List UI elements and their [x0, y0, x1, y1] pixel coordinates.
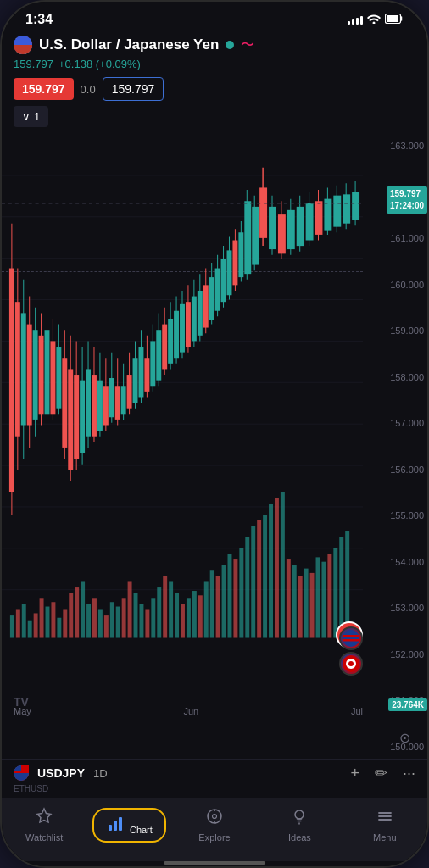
svg-rect-188 — [343, 639, 359, 642]
volume-label-tag: 23.764K — [388, 698, 427, 711]
svg-point-7 — [19, 37, 20, 39]
explore-label: Explore — [198, 832, 230, 843]
explore-icon — [205, 807, 224, 830]
nav-item-explore[interactable]: Explore — [172, 804, 257, 846]
nav-item-menu[interactable]: Menu — [343, 804, 427, 846]
bid-price[interactable]: 159.797 — [14, 78, 74, 100]
more-icon[interactable]: ··· — [403, 765, 415, 782]
svg-rect-74 — [327, 554, 332, 637]
svg-point-198 — [208, 810, 221, 823]
svg-rect-121 — [133, 358, 138, 403]
svg-rect-105 — [86, 369, 91, 436]
flag-buttons[interactable] — [339, 626, 363, 676]
svg-rect-33 — [86, 604, 91, 638]
svg-rect-157 — [238, 232, 243, 277]
svg-rect-125 — [144, 358, 149, 392]
add-icon[interactable]: + — [350, 765, 359, 782]
svg-rect-73 — [321, 562, 326, 638]
symbol-flag — [14, 36, 32, 54]
current-price: 159.797 — [14, 58, 53, 70]
svg-rect-127 — [150, 341, 155, 386]
svg-point-199 — [213, 815, 217, 819]
svg-rect-35 — [98, 609, 103, 637]
svg-rect-23 — [28, 621, 32, 638]
svg-rect-68 — [292, 565, 297, 638]
status-time: 1:34 — [25, 12, 53, 27]
price-label-152: 152.000 — [370, 649, 424, 659]
nav-item-ideas[interactable]: Ideas — [257, 804, 342, 846]
svg-rect-187 — [343, 635, 359, 637]
svg-point-8 — [17, 40, 19, 42]
svg-rect-52 — [198, 595, 203, 637]
candlestick-chart — [2, 134, 363, 716]
svg-rect-107 — [92, 375, 97, 437]
svg-rect-43 — [145, 609, 149, 637]
ask-price[interactable]: 159.797 — [103, 77, 164, 101]
svg-rect-141 — [192, 297, 197, 342]
svg-rect-38 — [116, 607, 120, 638]
neutral-value: 0.0 — [81, 83, 96, 96]
svg-rect-161 — [252, 207, 259, 265]
price-label-156: 156.000 — [370, 465, 424, 475]
ticker-symbol: USDJPY — [37, 766, 85, 780]
svg-rect-139 — [186, 302, 191, 347]
svg-rect-49 — [181, 604, 185, 638]
interval-button[interactable]: ∨ 1 — [14, 106, 48, 127]
svg-rect-165 — [269, 207, 276, 249]
svg-rect-153 — [227, 250, 232, 295]
svg-rect-193 — [14, 771, 21, 773]
ticker-actions: + ✏ ··· — [350, 764, 415, 782]
svg-rect-44 — [151, 598, 155, 637]
current-price-tag: 159.797 17:24:00 — [387, 186, 427, 214]
status-icons — [348, 14, 404, 26]
home-indicator — [164, 861, 265, 865]
clock-icon[interactable]: ⊙ — [399, 730, 410, 746]
price-axis: 163.000 162.000 161.000 160.000 159.000 … — [366, 134, 427, 759]
ideas-icon — [290, 807, 309, 830]
svg-rect-24 — [34, 613, 38, 637]
chevron-down-icon: ∨ — [22, 110, 31, 123]
svg-rect-56 — [222, 565, 226, 638]
svg-rect-59 — [239, 548, 243, 638]
svg-rect-85 — [27, 325, 32, 426]
svg-rect-145 — [203, 285, 209, 327]
svg-point-191 — [348, 661, 354, 666]
svg-rect-95 — [56, 347, 61, 409]
svg-rect-129 — [156, 330, 161, 380]
svg-rect-27 — [51, 602, 55, 637]
status-bar: 1:34 — [2, 2, 427, 31]
svg-rect-113 — [109, 378, 114, 417]
svg-rect-179 — [333, 196, 341, 227]
svg-rect-40 — [128, 581, 132, 637]
svg-rect-45 — [157, 587, 161, 637]
signal-bar-2 — [352, 19, 354, 25]
svg-rect-62 — [257, 520, 261, 638]
svg-rect-79 — [9, 269, 14, 492]
menu-label: Menu — [373, 832, 397, 843]
chart-icon — [106, 818, 130, 837]
svg-rect-71 — [310, 573, 315, 638]
price-label-160: 160.000 — [370, 280, 424, 290]
pen-icon[interactable]: ✏ — [375, 764, 387, 782]
nav-item-chart[interactable]: Chart — [86, 804, 171, 846]
price-tag-time: 17:24:00 — [390, 200, 424, 212]
nav-bar: Watchlist Chart — [2, 798, 427, 861]
symbol-row: U.S. Dollar / Japanese Yen 〜 — [14, 36, 415, 54]
nav-item-watchlist[interactable]: Watchlist — [2, 804, 86, 846]
svg-rect-69 — [298, 576, 303, 638]
svg-rect-195 — [109, 825, 112, 831]
svg-rect-51 — [192, 591, 197, 637]
svg-rect-30 — [69, 593, 73, 638]
svg-rect-55 — [216, 576, 220, 638]
tv-logo: TV — [14, 695, 37, 711]
exchange-icon: 〜 — [241, 36, 254, 54]
ideas-label: Ideas — [288, 832, 311, 843]
svg-rect-50 — [187, 598, 191, 637]
svg-point-200 — [295, 810, 304, 819]
svg-point-6 — [15, 37, 17, 39]
svg-rect-101 — [74, 375, 79, 459]
svg-rect-20 — [10, 615, 14, 637]
ticker-bar[interactable]: USDJPY 1D + ✏ ··· ETHUSD — [2, 759, 427, 798]
chart-area[interactable]: 163.000 162.000 161.000 160.000 159.000 … — [2, 134, 427, 759]
svg-rect-1 — [387, 15, 398, 22]
